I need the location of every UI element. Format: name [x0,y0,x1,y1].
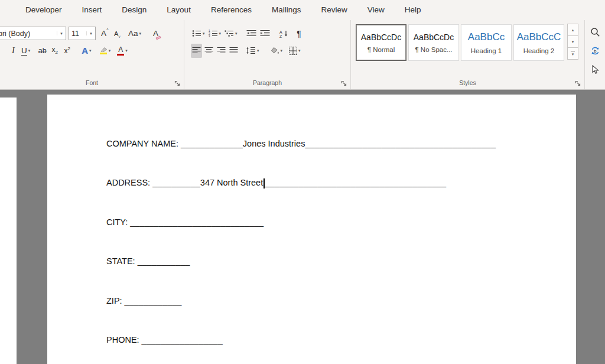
increase-indent-button[interactable] [259,27,271,41]
italic-button[interactable]: I [8,44,19,58]
underline-icon: U [21,46,27,56]
state-field: STATE: ___________ [106,256,576,295]
form-content: COMPANY NAME: _____________Jones Industr… [47,95,576,364]
styles-scroll-up-button[interactable]: ▴ [567,24,578,36]
line-spacing-button[interactable]: ▾ [245,44,261,58]
numbered-list-icon: 123 [209,30,218,37]
tab-view[interactable]: View [357,0,395,20]
blank-line: ____________________________ [128,217,264,227]
align-right-button[interactable] [216,44,227,58]
city-label: CITY: [106,217,128,227]
pilcrow-icon: ¶ [297,29,301,38]
italic-icon: I [12,46,15,56]
tab-review[interactable]: Review [311,0,357,20]
company-name-label: COMPANY NAME: [106,139,178,148]
numbering-button[interactable]: 123 ▾ [207,27,223,41]
tab-mailings[interactable]: Mailings [262,0,311,20]
decrease-indent-icon [246,30,256,37]
text-effects-icon: A [82,46,88,56]
styles-scroll-down-button[interactable]: ▾ [567,35,578,48]
paragraph-group: ▾ 123 ▾ ▾ [184,20,351,89]
style-name: Heading 1 [471,47,502,54]
clear-formatting-button[interactable]: A [150,27,161,41]
decrease-indent-button[interactable] [245,27,258,41]
tab-insert[interactable]: Insert [72,0,112,20]
tab-references[interactable]: References [201,0,262,20]
editing-group-collapsed: b [585,20,605,89]
zip-label: ZIP: [106,296,122,306]
borders-grid-icon [289,47,297,55]
chevron-down-icon[interactable]: ▾ [86,31,95,35]
style-heading-2[interactable]: AaBbCcC Heading 2 [513,24,564,61]
font-dialog-launcher[interactable] [174,80,181,87]
styles-dialog-launcher[interactable] [575,80,581,87]
font-size-value: 11 [69,30,85,38]
city-field: CITY: ____________________________ [106,217,576,256]
font-group-label: Font [86,79,98,86]
shading-button[interactable]: ▾ [269,44,284,58]
tab-layout[interactable]: Layout [157,0,201,20]
borders-button[interactable]: ▾ [288,44,302,58]
font-name-combobox[interactable]: bri (Body) ▾ [0,27,66,40]
increase-indent-icon [260,30,270,37]
align-right-icon [217,47,226,54]
svg-text:3: 3 [209,35,210,37]
text-highlight-button[interactable]: ▾ [98,44,112,58]
style-no-spacing[interactable]: AaBbCcDc ¶ No Spac... [408,24,459,61]
cursor-arrow-icon [591,65,599,74]
replace-icon: b [590,46,600,56]
paint-bucket-icon [271,47,279,54]
show-hide-marks-button[interactable]: ¶ [294,27,305,41]
font-size-combobox[interactable]: 11 ▾ [69,27,96,40]
text-effects-button[interactable]: A▾ [80,44,92,58]
sort-button[interactable]: AZ [278,27,290,41]
strikethrough-icon: ab [38,47,47,55]
underline-button[interactable]: U▾ [20,44,31,58]
chevron-up-icon: ▴ [572,28,574,32]
blank-line: _____________ [178,139,243,148]
tab-help[interactable]: Help [395,0,431,20]
blank-line: ___________ [135,256,190,266]
styles-gallery-more-button[interactable]: ▾ [567,47,578,60]
blank-line: _________________ [139,335,223,344]
document-page[interactable]: COMPANY NAME: _____________Jones Industr… [47,95,576,364]
replace-button[interactable]: b [588,44,602,57]
chevron-down-icon[interactable]: ▾ [57,31,66,35]
style-normal[interactable]: AaBbCcDc ¶ Normal [356,24,406,61]
justify-icon [229,47,238,54]
shrink-font-button[interactable]: A˅ [112,27,123,41]
word-window: Developer Insert Design Layout Reference… [0,0,605,364]
company-name-value: Jones Industries [243,139,305,148]
subscript-button[interactable]: x2 [49,44,60,58]
change-case-icon: Aa [128,29,138,38]
style-preview: AaBbCcDc [414,32,454,42]
tab-design[interactable]: Design [112,0,157,20]
justify-button[interactable] [228,44,239,58]
bullets-button[interactable]: ▾ [191,27,206,41]
more-styles-icon: ▾ [571,51,575,56]
paragraph-dialog-launcher[interactable] [341,80,347,87]
strikethrough-button[interactable]: ab [37,44,48,58]
select-button[interactable] [588,63,602,76]
find-button[interactable] [588,25,602,38]
font-color-button[interactable]: A ▾ [116,44,129,58]
left-pane-strip [0,98,17,364]
multilevel-list-button[interactable]: ▾ [223,27,239,41]
svg-text:b: b [594,48,596,54]
align-left-icon [192,47,201,54]
svg-text:A: A [279,30,282,34]
align-left-button[interactable] [191,44,202,58]
tab-developer[interactable]: Developer [15,0,72,20]
style-heading-1[interactable]: AaBbCc Heading 1 [461,24,512,61]
change-case-button[interactable]: Aa▾ [127,27,142,41]
style-name: ¶ Normal [367,46,395,53]
grow-font-button[interactable]: A˄ [99,27,110,41]
align-center-icon [204,47,213,54]
grow-font-icon: A [101,29,106,38]
align-center-button[interactable] [203,44,214,58]
style-preview: AaBbCc [468,31,505,43]
phone-field: PHONE: _________________ [106,335,576,364]
superscript-button[interactable]: x2 [61,44,73,58]
phone-label: PHONE: [106,335,139,344]
ribbon-tab-bar: Developer Insert Design Layout Reference… [0,0,605,20]
